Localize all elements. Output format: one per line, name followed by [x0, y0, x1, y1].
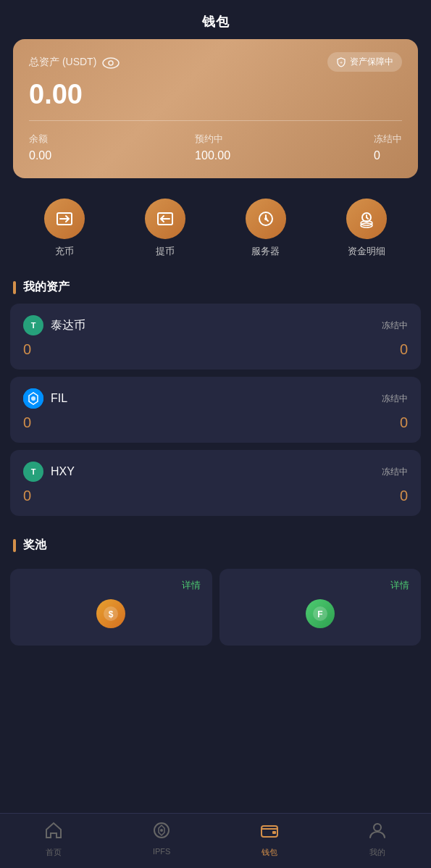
stat-reserved: 预约中 100.00: [195, 133, 230, 162]
asset-label-text: 总资产 (USDT): [29, 56, 96, 69]
my-assets-section-title: 我的资产: [0, 265, 431, 304]
prize-card-1-header: 详情: [22, 579, 201, 592]
hxy-frozen-label: 冻结中: [382, 466, 408, 478]
stat-balance-value: 0.00: [29, 149, 51, 162]
wallet-icon: [260, 821, 279, 844]
stat-balance-label: 余额: [29, 133, 51, 146]
prize-card-1-detail[interactable]: 详情: [182, 579, 201, 592]
fil-row-header: FIL 冻结中: [23, 388, 408, 409]
fil-coin-icon: [23, 388, 43, 409]
prize-card-1[interactable]: 详情 $: [10, 569, 212, 646]
prize-section-bar: [13, 539, 16, 552]
server-icon: [246, 199, 286, 239]
tether-coin-name: 泰达币: [51, 318, 85, 333]
my-assets-title: 我的资产: [23, 280, 70, 295]
home-icon: [44, 821, 63, 844]
prize-cards: 详情 $ 详情 F: [0, 562, 431, 646]
stat-balance: 余额 0.00: [29, 133, 51, 162]
fund-detail-icon: [346, 199, 387, 239]
fil-coin-name: FIL: [51, 392, 67, 405]
asset-row-fil[interactable]: FIL 冻结中 0 0: [10, 377, 421, 443]
prize-card-2-detail[interactable]: 详情: [390, 579, 409, 592]
hxy-name: T HXY: [23, 462, 75, 482]
asset-card-top: 总资产 (USDT) + 资产保障中: [29, 52, 402, 72]
tether-frozen-label: 冻结中: [382, 320, 408, 332]
action-fund-label: 资金明细: [348, 245, 385, 258]
page-header: 钱包: [0, 0, 431, 39]
shield-badge[interactable]: + 资产保障中: [327, 52, 402, 72]
asset-row-tether[interactable]: T 泰达币 冻结中 0 0: [10, 304, 421, 370]
nav-wallet-label: 钱包: [261, 847, 277, 858]
withdraw-icon: [145, 199, 185, 239]
hxy-values: 0 0: [23, 488, 408, 504]
action-server[interactable]: 服务器: [246, 199, 286, 258]
hxy-coin-name: HXY: [51, 465, 75, 478]
prize-coin-icon-2: F: [306, 599, 335, 628]
asset-row-hxy[interactable]: T HXY 冻结中 0 0: [10, 450, 421, 516]
prize-card-2-header: 详情: [231, 579, 410, 592]
quick-actions: 充币 提币 服务器: [0, 178, 431, 265]
tether-row-header: T 泰达币 冻结中: [23, 315, 408, 335]
svg-point-12: [31, 396, 35, 401]
asset-label: 总资产 (USDT): [29, 56, 117, 69]
hxy-row-header: T HXY 冻结中: [23, 462, 408, 482]
svg-text:T: T: [31, 321, 36, 330]
stat-reserved-value: 100.00: [195, 149, 230, 162]
asset-list: T 泰达币 冻结中 0 0 FIL: [0, 304, 431, 516]
action-withdraw-label: 提币: [156, 245, 175, 258]
prize-card-2[interactable]: 详情 F: [219, 569, 422, 646]
svg-point-1: [109, 61, 113, 65]
svg-point-22: [374, 824, 381, 831]
tether-values: 0 0: [23, 341, 408, 358]
bottom-nav: 首页 IPFS 钱包 我的: [0, 813, 431, 868]
hxy-coin-icon: T: [23, 462, 43, 482]
prize-coin-icon-1: $: [96, 599, 125, 628]
tether-frozen-amount: 0: [400, 341, 408, 358]
asset-stats: 余额 0.00 预约中 100.00 冻结中 0: [29, 133, 402, 162]
hxy-amount: 0: [23, 488, 31, 504]
svg-text:F: F: [317, 609, 322, 619]
hxy-frozen-amount: 0: [400, 488, 408, 504]
tether-name: T 泰达币: [23, 315, 85, 335]
stat-frozen: 冻结中 0: [374, 133, 402, 162]
eye-icon[interactable]: [102, 57, 117, 67]
asset-card: 总资产 (USDT) + 资产保障中 0.00 余额 0.00 预约中 100.…: [13, 39, 418, 178]
fil-name: FIL: [23, 388, 67, 409]
fil-frozen-label: 冻结中: [382, 393, 408, 405]
action-charge[interactable]: 充币: [44, 199, 85, 258]
stat-frozen-label: 冻结中: [374, 133, 402, 146]
tether-amount: 0: [23, 341, 31, 358]
nav-my[interactable]: 我的: [356, 821, 399, 858]
fil-frozen-amount: 0: [400, 414, 408, 431]
tether-coin-icon: T: [23, 315, 43, 335]
nav-home[interactable]: 首页: [32, 821, 75, 858]
svg-point-19: [160, 829, 163, 832]
nav-my-label: 我的: [369, 847, 385, 858]
action-withdraw[interactable]: 提币: [145, 199, 185, 258]
svg-text:T: T: [31, 467, 36, 476]
nav-wallet[interactable]: 钱包: [248, 821, 291, 858]
svg-point-0: [103, 58, 119, 68]
section-bar: [13, 281, 16, 294]
nav-ipfs[interactable]: IPFS: [140, 821, 183, 858]
prize-pool-section: 奖池 详情 $ 详情 F: [0, 516, 431, 646]
svg-text:+: +: [340, 60, 343, 65]
stat-frozen-value: 0: [374, 149, 402, 162]
my-icon: [368, 821, 387, 844]
shield-badge-text: 资产保障中: [350, 56, 393, 68]
prize-title: 奖池: [23, 538, 46, 553]
action-charge-label: 充币: [55, 245, 74, 258]
nav-ipfs-label: IPFS: [153, 847, 170, 856]
charge-icon: [44, 199, 85, 239]
svg-text:$: $: [109, 609, 114, 619]
prize-section-title: 奖池: [0, 523, 431, 562]
action-server-label: 服务器: [251, 245, 280, 258]
action-fund-detail[interactable]: 资金明细: [346, 199, 387, 258]
fil-amount: 0: [23, 414, 31, 431]
asset-divider: [29, 120, 402, 121]
nav-home-label: 首页: [46, 847, 62, 858]
stat-reserved-label: 预约中: [195, 133, 230, 146]
fil-values: 0 0: [23, 414, 408, 431]
ipfs-icon: [152, 821, 171, 844]
page-title: 钱包: [202, 14, 230, 29]
